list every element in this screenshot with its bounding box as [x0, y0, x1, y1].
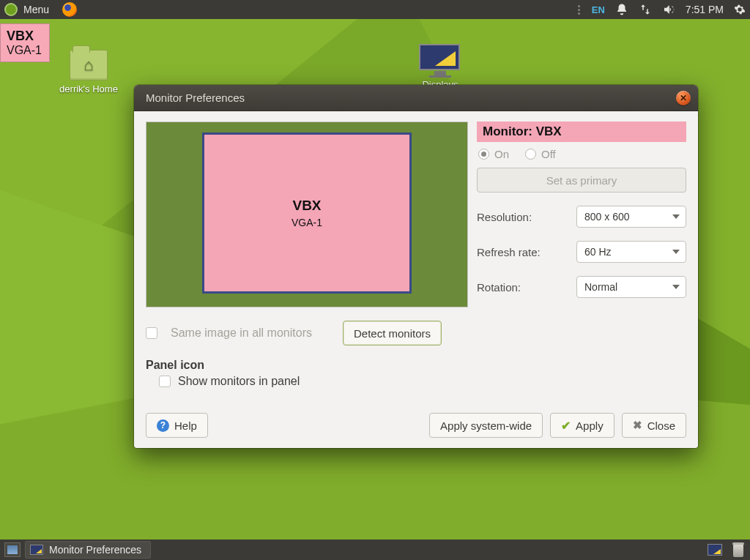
close-icon: ✖ [633, 419, 642, 432]
panel-icon-section-title: Panel icon [146, 359, 686, 372]
rotation-dropdown[interactable]: Normal [576, 276, 686, 298]
help-icon: ? [157, 419, 169, 432]
folder-home-icon: ⌂ [70, 50, 108, 81]
apply-system-wide-button[interactable]: Apply system-wide [429, 413, 543, 438]
check-icon: ✔ [561, 419, 571, 433]
bottom-panel: Monitor Preferences [0, 540, 750, 560]
show-monitors-panel-checkbox[interactable] [159, 376, 171, 387]
desktop-icon-displays[interactable]: Displays [407, 44, 473, 90]
monitor-off-radio[interactable] [525, 149, 536, 160]
window-close-button[interactable]: ✕ [676, 91, 691, 105]
help-button[interactable]: ? Help [146, 413, 208, 438]
window-titlebar[interactable]: Monitor Preferences ✕ [134, 85, 698, 111]
close-button-label: Close [647, 419, 675, 432]
window-title: Monitor Preferences [146, 92, 245, 104]
same-image-label: Same image in all monitors [171, 326, 312, 340]
notifications-icon[interactable] [615, 3, 628, 16]
help-button-label: Help [174, 419, 197, 432]
selected-monitor-header: Monitor: VBX [477, 122, 686, 142]
preview-monitor-name: VBX [292, 198, 321, 214]
distro-logo-icon[interactable] [4, 3, 18, 16]
overlay-monitor-name: VBX [7, 29, 34, 43]
menu-button[interactable]: Menu [23, 4, 49, 15]
detect-monitors-button[interactable]: Detect monitors [343, 321, 442, 346]
rotation-value: Normal [584, 281, 617, 293]
firefox-launcher-icon[interactable] [62, 2, 77, 17]
monitor-preferences-window: Monitor Preferences ✕ VBX VGA-1 Monitor:… [134, 85, 698, 448]
monitor-on-label: On [494, 148, 509, 160]
preview-monitor-vbx[interactable]: VBX VGA-1 [202, 132, 412, 294]
preview-monitor-connector: VGA-1 [292, 217, 322, 228]
chevron-down-icon [672, 250, 680, 254]
tray-displays-icon[interactable] [708, 544, 722, 556]
trash-icon[interactable] [732, 542, 744, 557]
taskbar-window-button[interactable]: Monitor Preferences [25, 541, 151, 559]
monitor-on-radio[interactable] [478, 149, 489, 160]
volume-icon[interactable] [662, 3, 675, 16]
show-desktop-button[interactable] [4, 542, 21, 557]
refresh-rate-dropdown[interactable]: 60 Hz [576, 241, 686, 263]
rotation-label: Rotation: [477, 281, 576, 294]
apply-button[interactable]: ✔ Apply [550, 413, 615, 438]
monitor-overlay-label: VBX VGA-1 [0, 23, 50, 62]
settings-gear-icon[interactable] [734, 4, 746, 15]
panel-separator-icon [576, 5, 582, 15]
desktop-icon-home[interactable]: ⌂ derrik's Home [56, 50, 122, 94]
close-button[interactable]: ✖ Close [622, 413, 686, 438]
chevron-down-icon [672, 214, 680, 219]
set-as-primary-button[interactable]: Set as primary [477, 168, 686, 193]
overlay-monitor-connector: VGA-1 [7, 44, 42, 56]
refresh-rate-value: 60 Hz [584, 246, 612, 258]
desktop-icon-home-label: derrik's Home [56, 83, 122, 94]
clock[interactable]: 7:51 PM [686, 4, 724, 15]
resolution-value: 800 x 600 [584, 211, 630, 223]
keyboard-layout-indicator[interactable]: EN [592, 4, 605, 15]
same-image-checkbox[interactable] [146, 327, 157, 339]
top-panel: Menu EN 7:51 PM [0, 0, 750, 19]
refresh-rate-label: Refresh rate: [477, 246, 576, 258]
taskbar-window-icon [30, 545, 43, 555]
show-monitors-panel-label: Show monitors in panel [178, 375, 300, 388]
monitor-layout-preview[interactable]: VBX VGA-1 [146, 122, 468, 307]
apply-button-label: Apply [576, 419, 604, 432]
resolution-label: Resolution: [477, 211, 576, 223]
displays-icon [419, 44, 461, 76]
chevron-down-icon [672, 285, 680, 289]
taskbar-window-title: Monitor Preferences [49, 544, 141, 556]
resolution-dropdown[interactable]: 800 x 600 [576, 206, 686, 228]
network-icon[interactable] [639, 3, 652, 16]
monitor-off-label: Off [541, 148, 556, 160]
